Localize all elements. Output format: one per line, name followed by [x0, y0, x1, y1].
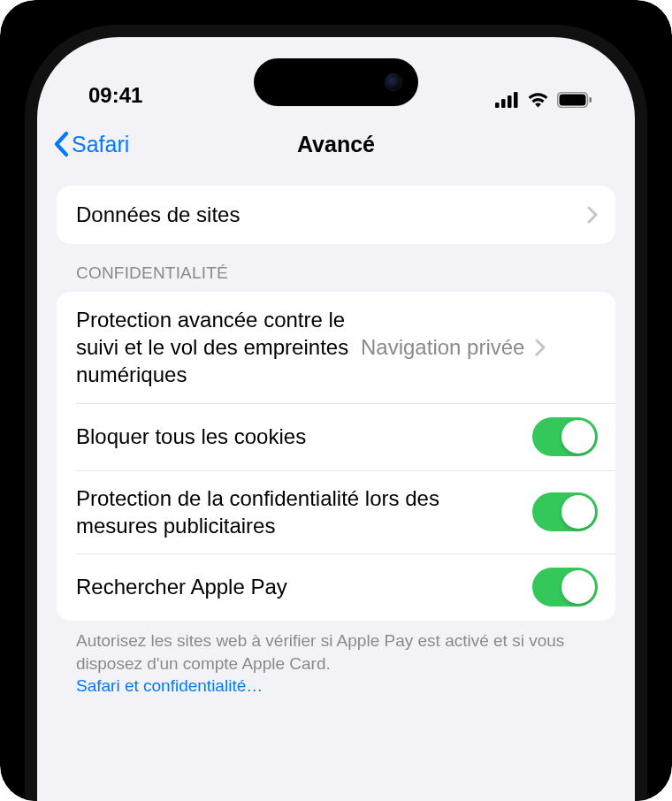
device-frame: 09:41 Safari Avancé Données de sites	[0, 0, 672, 801]
back-button[interactable]: Safari	[53, 131, 129, 157]
apple-pay-label: Rechercher Apple Pay	[76, 573, 522, 600]
content-area: Données de sites Confidentialité Protect…	[37, 172, 635, 698]
apple-pay-row: Rechercher Apple Pay	[57, 553, 615, 621]
group-site-data: Données de sites	[57, 186, 615, 244]
site-data-row[interactable]: Données de sites	[57, 186, 615, 244]
chevron-right-icon	[535, 339, 546, 356]
cellular-icon	[495, 92, 519, 108]
device-bezel: 09:41 Safari Avancé Données de sites	[25, 25, 647, 801]
front-camera-icon	[385, 73, 402, 91]
ad-measurement-row: Protection de la confidentialité lors de…	[57, 470, 615, 553]
navigation-bar: Safari Avancé	[37, 117, 635, 172]
svg-rect-0	[495, 103, 500, 108]
advanced-tracking-label: Protection avancée contre le suivi et le…	[76, 306, 350, 389]
ad-measurement-label: Protection de la confidentialité lors de…	[76, 484, 522, 539]
svg-rect-6	[590, 97, 592, 103]
dynamic-island	[254, 58, 418, 106]
status-time: 09:41	[88, 83, 142, 108]
privacy-footer-link[interactable]: Safari et confidentialité…	[76, 676, 263, 695]
status-right	[495, 92, 592, 108]
page-title: Avancé	[297, 132, 375, 157]
block-cookies-toggle[interactable]	[532, 417, 598, 456]
site-data-label: Données de sites	[76, 201, 577, 228]
group-privacy: Protection avancée contre le suivi et le…	[57, 292, 615, 621]
svg-rect-5	[560, 95, 586, 106]
chevron-left-icon	[53, 131, 70, 157]
advanced-tracking-value: Navigation privée	[361, 335, 524, 360]
screen: 09:41 Safari Avancé Données de sites	[37, 37, 635, 801]
back-label: Safari	[72, 132, 129, 157]
svg-rect-3	[514, 92, 518, 108]
privacy-footer-text: Autorisez les sites web à vérifier si Ap…	[76, 631, 564, 673]
svg-rect-2	[508, 95, 512, 108]
privacy-footer: Autorisez les sites web à vérifier si Ap…	[57, 621, 615, 698]
svg-rect-1	[501, 99, 506, 108]
advanced-tracking-row[interactable]: Protection avancée contre le suivi et le…	[57, 292, 615, 403]
chevron-right-icon	[587, 206, 598, 224]
block-cookies-label: Bloquer tous les cookies	[76, 423, 522, 450]
apple-pay-toggle[interactable]	[532, 568, 598, 606]
block-cookies-row: Bloquer tous les cookies	[57, 403, 615, 470]
ad-measurement-toggle[interactable]	[532, 492, 598, 531]
wifi-icon	[527, 92, 549, 108]
privacy-header: Confidentialité	[57, 244, 615, 292]
battery-icon	[557, 92, 592, 108]
